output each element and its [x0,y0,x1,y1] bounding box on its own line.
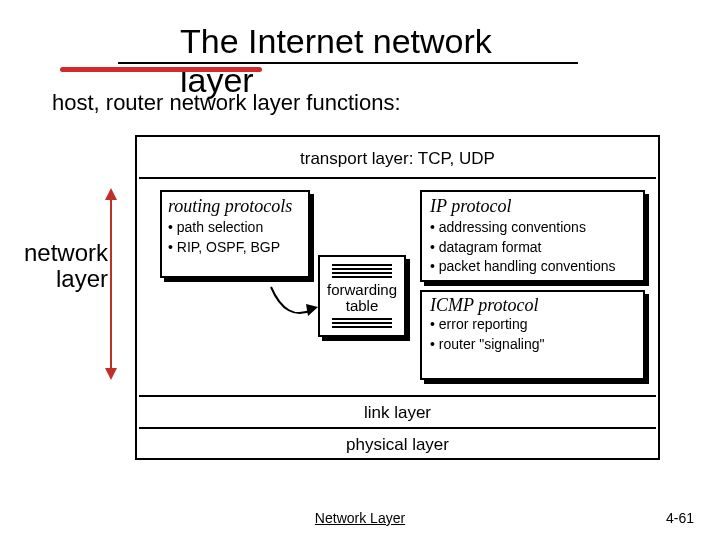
svg-marker-2 [105,368,117,380]
routing-bullet: • RIP, OSPF, BGP [168,239,302,257]
svg-marker-1 [105,188,117,200]
forwarding-table-label: forwardingtable [327,282,397,314]
table-line-icon [332,326,392,328]
divider [139,177,656,179]
ip-bullet: • addressing conventions [430,219,635,237]
transport-layer-text: transport layer: TCP, UDP [137,149,658,169]
footer-page-number: 4-61 [666,510,694,526]
link-layer-text: link layer [137,403,658,423]
title-red-underline [60,67,262,72]
footer-center: Network Layer [315,510,405,526]
ip-bullet: • packet handling conventions [430,258,635,276]
table-line-icon [332,276,392,278]
forwarding-table-box: forwardingtable [318,255,406,337]
slide-subtitle: host, router network layer functions: [52,90,401,116]
icmp-title: ICMP protocol [430,296,635,314]
table-line-icon [332,268,392,270]
network-layer-label: networklayer [24,240,108,293]
slide: The Internet network layer host, router … [0,0,720,540]
divider [139,395,656,397]
table-line-icon [332,272,392,274]
ip-bullet: • datagram format [430,239,635,257]
icmp-bullet: • error reporting [430,316,635,334]
icmp-bullet: • router "signaling" [430,336,635,354]
ip-title: IP protocol [430,196,635,217]
routing-bullet: • path selection [168,219,302,237]
routing-protocols-box: routing protocols • path selection • RIP… [160,190,310,278]
table-line-icon [332,322,392,324]
table-line-icon [332,264,392,266]
icmp-protocol-box: ICMP protocol • error reporting • router… [420,290,645,380]
divider [139,427,656,429]
double-arrow-icon [102,188,120,380]
slide-title: The Internet network layer [180,22,540,100]
table-line-icon [332,318,392,320]
routing-title: routing protocols [168,196,302,217]
physical-layer-text: physical layer [137,435,658,455]
title-underline [118,62,578,64]
ip-protocol-box: IP protocol • addressing conventions • d… [420,190,645,282]
